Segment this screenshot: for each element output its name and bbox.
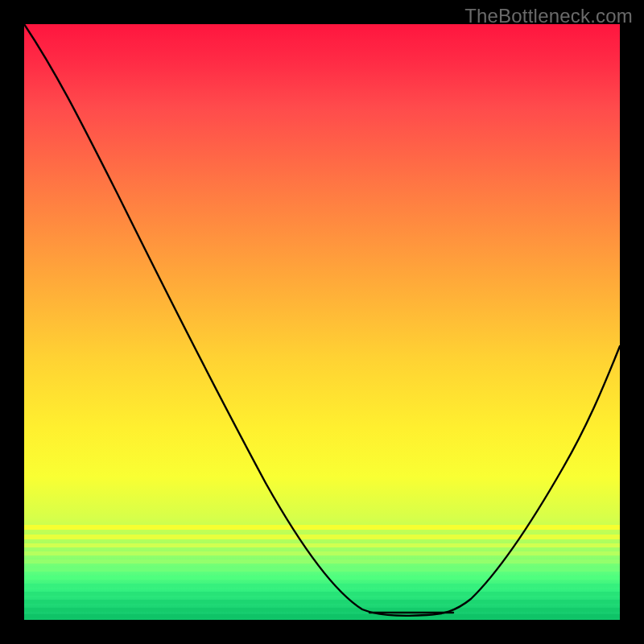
plot-area: [24, 24, 620, 620]
chart-frame: TheBottleneck.com: [0, 0, 644, 644]
watermark-text: TheBottleneck.com: [464, 5, 633, 27]
curve-svg: [24, 24, 620, 620]
bottleneck-curve: [24, 24, 620, 616]
